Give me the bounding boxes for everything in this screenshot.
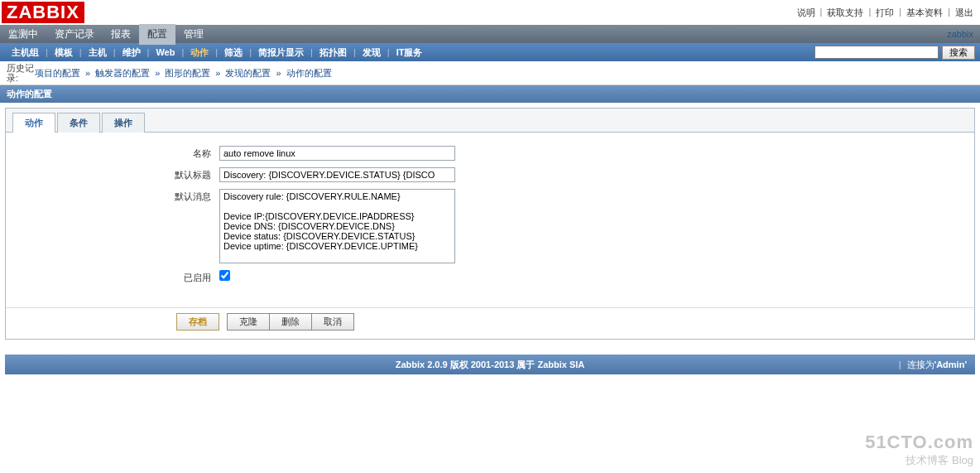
main-menu-item-0[interactable]: 监测中	[0, 24, 46, 45]
main-menu-item-1[interactable]: 资产记录	[46, 24, 103, 45]
crumb-4[interactable]: 动作的配置	[286, 67, 332, 80]
save-button[interactable]: 存档	[176, 313, 219, 331]
link-support[interactable]: 获取支持	[827, 7, 863, 19]
input-name[interactable]	[219, 146, 455, 161]
sub-menu-item-1[interactable]: 模板	[48, 46, 79, 59]
main-menu-item-2[interactable]: 报表	[103, 24, 139, 45]
clone-button[interactable]: 克隆	[227, 313, 270, 331]
search-input[interactable]	[814, 46, 939, 59]
link-help[interactable]: 说明	[797, 7, 815, 19]
tab-row: 动作条件操作	[6, 109, 974, 133]
crumb-3[interactable]: 发现的配置	[225, 67, 271, 80]
history-label: 历史记录:	[7, 63, 35, 83]
main-menu-item-4[interactable]: 管理	[175, 24, 212, 45]
main-menu-item-3[interactable]: 配置	[139, 24, 175, 45]
sub-menu-item-7[interactable]: 简报片显示	[252, 46, 310, 59]
label-enabled: 已启用	[12, 270, 219, 284]
footer: Zabbix 2.0.9 版权 2001-2013 属于 Zabbix SIA …	[5, 355, 975, 374]
label-name: 名称	[12, 146, 219, 160]
checkbox-enabled[interactable]	[219, 270, 230, 281]
sub-menu-item-9[interactable]: 发现	[356, 46, 387, 59]
textarea-message[interactable]	[219, 189, 455, 263]
sub-menu-item-2[interactable]: 主机	[82, 46, 113, 59]
input-subject[interactable]	[219, 167, 455, 182]
label-message: 默认消息	[12, 189, 219, 203]
link-print[interactable]: 打印	[876, 7, 894, 19]
crumb-1[interactable]: 触发器的配置	[95, 67, 150, 80]
breadcrumb: 项目的配置»触发器的配置»图形的配置»发现的配置»动作的配置	[35, 67, 332, 80]
delete-button[interactable]: 删除	[269, 313, 312, 331]
sub-menu-item-10[interactable]: IT服务	[390, 46, 430, 59]
button-row: 存档 克隆 删除 取消	[6, 307, 974, 339]
sub-menu-item-6[interactable]: 筛选	[218, 46, 249, 59]
search-button[interactable]: 搜索	[942, 46, 975, 60]
content-box: 动作条件操作 名称 默认标题 默认消息 已启用 存档 克隆 删除 取消	[5, 108, 975, 340]
crumb-2[interactable]: 图形的配置	[165, 67, 210, 80]
sub-menu-item-5[interactable]: 动作	[184, 46, 215, 59]
sub-menu-item-0[interactable]: 主机组	[5, 46, 46, 59]
form-area: 名称 默认标题 默认消息 已启用	[6, 133, 974, 307]
footer-right: | 连接为'Admin'	[899, 359, 967, 371]
crumb-0[interactable]: 项目的配置	[35, 67, 80, 80]
link-logout[interactable]: 退出	[955, 7, 973, 19]
main-menu: 监测中资产记录报表配置管理 zabbix	[0, 25, 980, 43]
tab-0[interactable]: 动作	[12, 113, 55, 133]
sub-menu: 主机组|模板|主机|维护|Web|动作|筛选|简报片显示|拓扑图|发现|IT服务…	[0, 43, 980, 61]
section-header: 动作的配置	[0, 85, 980, 103]
sub-menu-item-3[interactable]: 维护	[116, 46, 147, 59]
sub-menu-item-8[interactable]: 拓扑图	[313, 46, 353, 59]
tab-2[interactable]: 操作	[102, 113, 145, 133]
footer-center: Zabbix 2.0.9 版权 2001-2013 属于 Zabbix SIA	[396, 359, 585, 371]
search-box: 搜索	[814, 46, 975, 60]
cancel-button[interactable]: 取消	[311, 313, 354, 331]
label-subject: 默认标题	[12, 167, 219, 181]
history-row: 历史记录: 项目的配置»触发器的配置»图形的配置»发现的配置»动作的配置	[0, 61, 980, 85]
user-label: zabbix	[947, 29, 973, 39]
logo: ZABBIX	[2, 2, 84, 23]
top-links: 说明| 获取支持| 打印| 基本资料| 退出	[797, 7, 973, 19]
tab-1[interactable]: 条件	[57, 113, 100, 133]
link-profile[interactable]: 基本资料	[906, 7, 943, 19]
sub-menu-item-4[interactable]: Web	[149, 47, 181, 57]
